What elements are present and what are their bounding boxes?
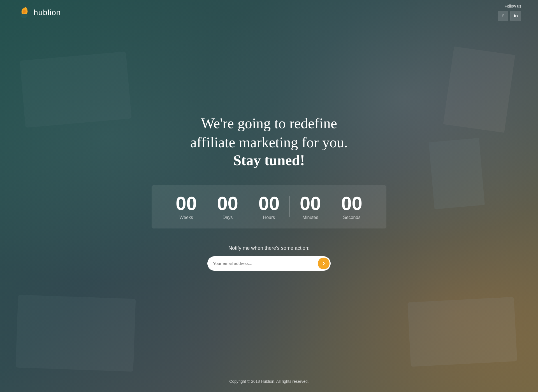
headline-line1: We're going to redefine affiliate market…	[190, 114, 348, 152]
follow-us-label: Follow us	[505, 4, 521, 8]
minutes-number: 00	[300, 194, 321, 213]
days-label: Days	[222, 215, 233, 220]
seconds-label: Seconds	[343, 215, 360, 220]
page-wrapper: hublion Follow us f in We're going to re…	[0, 0, 538, 392]
arrow-right-icon	[321, 261, 326, 266]
weeks-label: Weeks	[179, 215, 193, 220]
countdown-weeks: 00 Weeks	[166, 194, 207, 220]
countdown-container: 00 Weeks 00 Days 00 Hours 00 Minutes 00 …	[152, 185, 386, 228]
copyright-text: Copyright © 2018 Hublion. All rights res…	[229, 379, 309, 384]
site-footer: Copyright © 2018 Hublion. All rights res…	[0, 371, 538, 392]
countdown-hours: 00 Hours	[248, 194, 290, 220]
email-input[interactable]	[213, 261, 316, 266]
headline-bold: Stay tuned!	[190, 152, 348, 169]
countdown-days: 00 Days	[207, 194, 249, 220]
hours-number: 00	[258, 194, 280, 213]
notify-section: Notify me when there's some action:	[207, 245, 331, 271]
notify-label: Notify me when there's some action:	[228, 245, 310, 251]
hours-label: Hours	[263, 215, 275, 220]
submit-button[interactable]	[318, 258, 330, 269]
days-number: 00	[217, 194, 238, 213]
seconds-number: 00	[341, 194, 362, 213]
main-content: We're going to redefine affiliate market…	[0, 14, 538, 371]
weeks-number: 00	[176, 194, 197, 213]
countdown-minutes: 00 Minutes	[290, 194, 331, 220]
email-form	[207, 256, 331, 271]
logo-icon	[17, 5, 31, 20]
minutes-label: Minutes	[303, 215, 318, 220]
headline: We're going to redefine affiliate market…	[190, 114, 348, 168]
countdown-seconds: 00 Seconds	[331, 194, 372, 220]
